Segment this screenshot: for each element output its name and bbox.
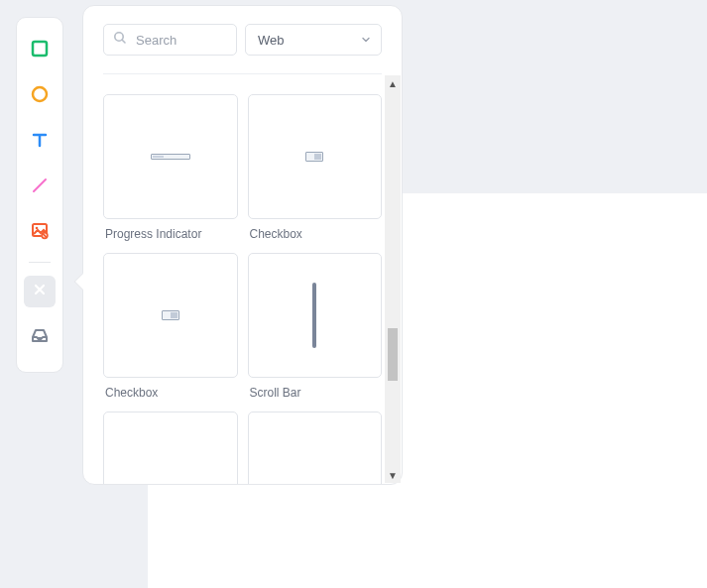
progress-indicator-glyph — [151, 154, 190, 160]
component-thumb[interactable] — [103, 94, 238, 219]
component-label: Scroll Bar — [248, 386, 383, 400]
search-icon — [113, 31, 127, 49]
component-card-checkbox: Checkbox — [103, 253, 238, 400]
text-tool[interactable] — [24, 126, 56, 158]
close-tool[interactable] — [24, 276, 56, 307]
line-icon — [31, 176, 49, 198]
component-card-progress-indicator: Progress Indicator — [103, 94, 238, 241]
category-dropdown[interactable]: Web — [245, 24, 382, 56]
panel-body: Progress Indicator Checkbox Checkbox — [83, 74, 402, 484]
scroll-down-button[interactable]: ▼ — [385, 467, 401, 483]
inbox-tool[interactable] — [24, 321, 56, 353]
component-label: Checkbox — [103, 386, 238, 400]
rectangle-tool[interactable] — [24, 35, 56, 66]
svg-line-2 — [34, 179, 46, 191]
image-block-tool[interactable] — [24, 217, 56, 249]
ellipse-tool[interactable] — [24, 80, 56, 112]
component-label: Checkbox — [248, 227, 383, 241]
rectangle-icon — [31, 40, 49, 61]
component-grid: Progress Indicator Checkbox Checkbox — [103, 94, 382, 484]
close-icon — [33, 283, 47, 300]
component-card-checkbox: Checkbox — [248, 94, 383, 241]
ellipse-icon — [31, 85, 49, 107]
component-card — [103, 412, 238, 484]
scroll-track[interactable] — [385, 91, 401, 467]
dropdown-label: Web — [258, 33, 285, 48]
toolbar-divider — [29, 262, 51, 263]
text-icon — [31, 131, 49, 153]
checkbox-glyph — [162, 310, 179, 320]
checkbox-glyph — [305, 152, 323, 162]
search-field — [103, 24, 237, 56]
panel-scrollbar: ▲ ▼ — [385, 75, 401, 483]
svg-point-1 — [33, 87, 47, 101]
component-card — [248, 412, 383, 484]
scroll-up-button[interactable]: ▲ — [385, 75, 401, 91]
line-tool[interactable] — [24, 172, 56, 203]
component-thumb[interactable] — [103, 412, 238, 484]
component-thumb[interactable] — [248, 94, 383, 219]
component-thumb[interactable] — [248, 253, 383, 378]
svg-line-9 — [122, 40, 125, 43]
svg-rect-0 — [33, 42, 47, 56]
panel-header: Web — [83, 6, 402, 74]
toolbar — [16, 17, 63, 373]
component-panel: Web Progress Indicator — [82, 5, 403, 485]
scrollbar-glyph — [312, 283, 316, 348]
component-thumb[interactable] — [103, 253, 238, 378]
scroll-thumb[interactable] — [388, 328, 398, 381]
chevron-down-icon — [361, 33, 371, 48]
component-label: Progress Indicator — [103, 227, 238, 241]
component-card-scroll-bar: Scroll Bar — [248, 253, 383, 400]
image-block-icon — [31, 222, 49, 244]
component-thumb[interactable] — [248, 412, 383, 484]
inbox-icon — [31, 326, 49, 348]
